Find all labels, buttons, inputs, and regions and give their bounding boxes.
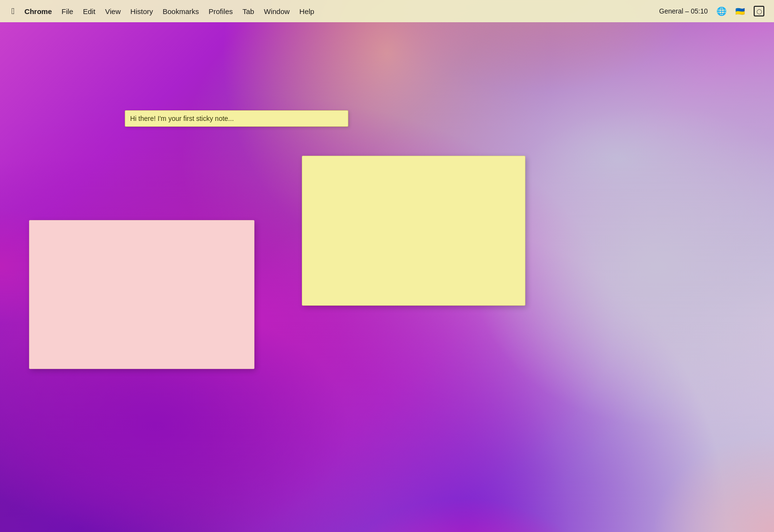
sticky-note-inline-text: Hi there! I'm your first sticky note... <box>130 115 234 122</box>
menubar-window[interactable]: Window <box>259 5 294 17</box>
apple-menu[interactable]:  <box>7 4 20 18</box>
sticky-note-inline[interactable]: Hi there! I'm your first sticky note... <box>125 110 348 127</box>
screen-record-icon[interactable]: ◯ <box>751 4 767 18</box>
menubar-time-general: General – 05:10 <box>656 5 711 17</box>
chrome-color-icon[interactable]: 🇺🇦 <box>732 5 748 18</box>
sticky-note-pink[interactable] <box>29 220 254 369</box>
menubar-history[interactable]: History <box>126 5 158 17</box>
menubar-bookmarks[interactable]: Bookmarks <box>158 5 204 17</box>
menubar-right: General – 05:10 🌐 🇺🇦 ◯ <box>656 4 767 18</box>
menubar-view[interactable]: View <box>100 5 125 17</box>
menubar-help[interactable]: Help <box>295 5 319 17</box>
menubar-profiles[interactable]: Profiles <box>204 5 238 17</box>
sticky-note-yellow[interactable] <box>302 156 525 306</box>
menubar:  Chrome File Edit View History Bookmark… <box>0 0 774 22</box>
menubar-file[interactable]: File <box>57 5 78 17</box>
menubar-tab[interactable]: Tab <box>238 5 259 17</box>
menubar-edit[interactable]: Edit <box>78 5 100 17</box>
menubar-chrome[interactable]: Chrome <box>20 5 57 17</box>
globe-icon[interactable]: 🌐 <box>714 4 729 18</box>
